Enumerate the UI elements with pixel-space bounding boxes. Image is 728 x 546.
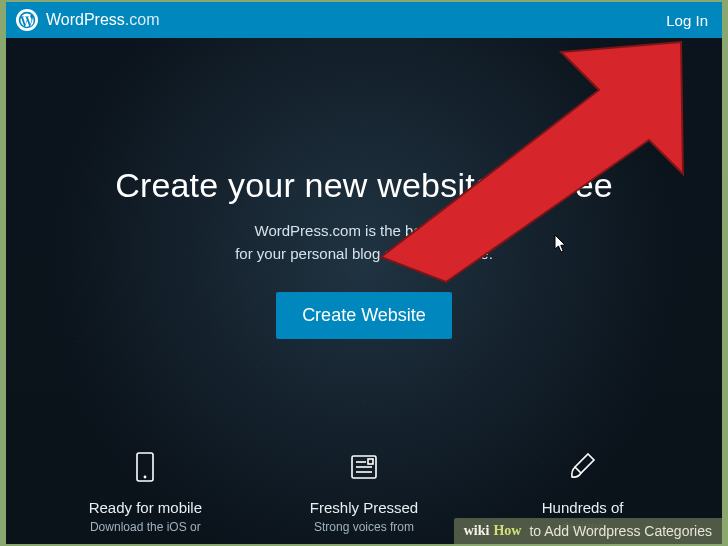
hero-sub-line2: for your personal blog or business site. bbox=[235, 245, 493, 262]
brush-icon bbox=[561, 445, 605, 489]
caption-wiki: wiki bbox=[464, 523, 490, 539]
news-icon bbox=[342, 445, 386, 489]
login-link[interactable]: Log In bbox=[666, 12, 708, 29]
brand[interactable]: WordPress.com bbox=[16, 9, 160, 31]
feature-subtitle: Strong voices from bbox=[264, 520, 464, 534]
brand-prefix: WordPress bbox=[46, 11, 125, 28]
brand-text: WordPress.com bbox=[46, 11, 160, 29]
brand-suffix: .com bbox=[125, 11, 160, 28]
feature-freshly-pressed: Freshly Pressed Strong voices from bbox=[264, 445, 464, 534]
svg-point-2 bbox=[144, 476, 147, 479]
hero-headline: Create your new website for free bbox=[6, 166, 722, 205]
caption-how: How bbox=[493, 523, 521, 539]
feature-title: Freshly Pressed bbox=[264, 499, 464, 516]
tutorial-frame: WordPress.com Log In Create your new web… bbox=[0, 0, 728, 546]
feature-subtitle: Download the iOS or bbox=[45, 520, 245, 534]
hero-subtitle: WordPress.com is the best place for your… bbox=[6, 219, 722, 266]
wordpress-logo-icon bbox=[16, 9, 38, 31]
svg-rect-7 bbox=[368, 459, 373, 464]
hero: Create your new website for free WordPre… bbox=[6, 38, 722, 544]
feature-mobile: Ready for mobile Download the iOS or bbox=[45, 445, 245, 534]
feature-title: Ready for mobile bbox=[45, 499, 245, 516]
feature-title: Hundreds of bbox=[483, 499, 683, 516]
wikihow-caption: wikiHow to Add Wordpress Categories bbox=[454, 518, 722, 544]
tablet-icon bbox=[123, 445, 167, 489]
topbar: WordPress.com Log In bbox=[6, 2, 722, 38]
hero-sub-line1: WordPress.com is the best place bbox=[255, 222, 474, 239]
hero-content: Create your new website for free WordPre… bbox=[6, 38, 722, 339]
caption-text: to Add Wordpress Categories bbox=[529, 523, 712, 539]
create-website-button[interactable]: Create Website bbox=[276, 292, 452, 339]
app-window: WordPress.com Log In Create your new web… bbox=[6, 2, 722, 544]
